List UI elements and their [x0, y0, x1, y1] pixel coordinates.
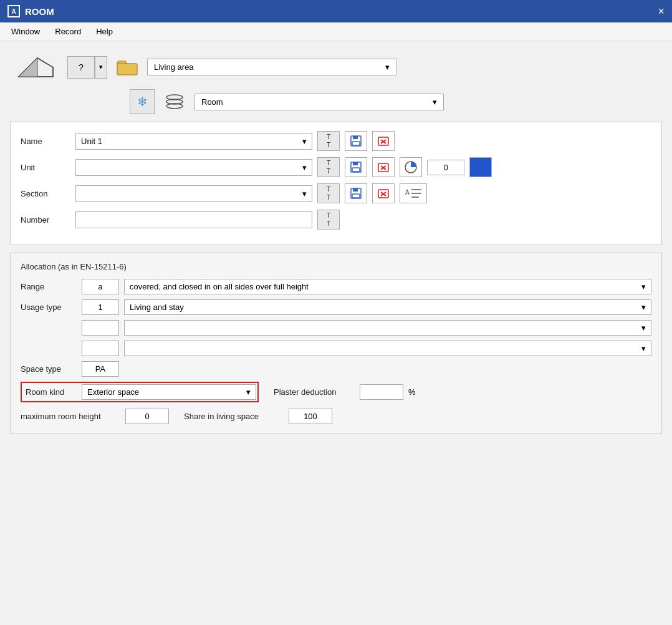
- unit-tt-button[interactable]: TT: [317, 157, 340, 177]
- toolbar-row-2: ❄ Room ▾: [10, 89, 662, 114]
- delete-icon-3: [377, 188, 390, 199]
- section-dropdown[interactable]: ▾: [75, 185, 312, 202]
- delete-icon: [377, 135, 390, 147]
- unit-row: Unit ▾ TT: [21, 157, 651, 177]
- max-height-label: maximum room height: [21, 412, 120, 421]
- name-row: Name Unit 1 ▾ TT: [21, 131, 651, 151]
- range-desc-dropdown[interactable]: covered, and closed in on all sides over…: [124, 279, 651, 294]
- svg-marker-1: [19, 58, 37, 77]
- abc-icon: A: [404, 186, 423, 201]
- section-abc-button[interactable]: A: [400, 183, 427, 203]
- unit-dropdown[interactable]: ▾: [75, 159, 312, 176]
- save-icon: [350, 135, 362, 147]
- number-input[interactable]: [75, 211, 312, 228]
- plaster-input[interactable]: [360, 384, 403, 400]
- menu-help[interactable]: Help: [90, 25, 119, 38]
- form-section: Name Unit 1 ▾ TT: [10, 122, 662, 245]
- section-row: Section ▾ TT: [21, 183, 651, 203]
- svg-rect-13: [353, 162, 358, 165]
- question-chevron-button[interactable]: ▾: [95, 56, 107, 79]
- max-height-section: maximum room height: [21, 409, 169, 424]
- svg-rect-20: [353, 188, 358, 191]
- question-btn-group: ? ▾: [67, 56, 107, 79]
- alloc-desc-dropdown-4[interactable]: ▾: [124, 341, 651, 356]
- range-label: Range: [21, 282, 77, 291]
- usage-type-code-input[interactable]: [82, 299, 119, 315]
- range-code-input[interactable]: [82, 279, 119, 294]
- title-bar: A ROOM ×: [0, 0, 672, 22]
- range-row: Range covered, and closed in on all side…: [21, 279, 651, 294]
- share-input[interactable]: [289, 409, 332, 424]
- section-label: Section: [21, 189, 70, 198]
- max-height-input[interactable]: [125, 409, 169, 424]
- room-dropdown[interactable]: Room ▾: [194, 94, 444, 110]
- number-label: Number: [21, 215, 70, 225]
- menu-record[interactable]: Record: [49, 25, 87, 38]
- section-delete-button[interactable]: [372, 183, 395, 203]
- alloc-desc-dropdown-3[interactable]: ▾: [124, 320, 651, 336]
- share-label: Share in living space: [184, 412, 284, 421]
- toolbar-row-1: ? ▾ Living area ▾: [10, 50, 662, 84]
- space-type-label: Space type: [21, 364, 77, 374]
- snowflake-button[interactable]: ❄: [130, 89, 155, 114]
- number-tt-button[interactable]: TT: [317, 210, 340, 230]
- unit-label: Unit: [21, 163, 70, 172]
- folder-icon: [115, 55, 140, 80]
- room-kind-dropdown[interactable]: Exterior space ▾: [82, 384, 256, 400]
- usage-type-row: Usage type Living and stay ▾: [21, 299, 651, 315]
- room-kind-label: Room kind: [26, 387, 82, 397]
- usage-type-desc-dropdown[interactable]: Living and stay ▾: [124, 299, 651, 315]
- svg-rect-14: [352, 168, 360, 172]
- usage-type-label: Usage type: [21, 303, 77, 312]
- name-label: Name: [21, 137, 70, 146]
- layers-svg: [164, 91, 185, 112]
- alloc-empty-row-2: ▾: [21, 341, 651, 356]
- menu-bar: Window Record Help: [0, 22, 672, 41]
- layers-icon: [162, 89, 187, 114]
- unit-color-button[interactable]: [469, 157, 492, 177]
- alloc-code-input-4[interactable]: [82, 341, 119, 356]
- plaster-label: Plaster deduction: [274, 387, 355, 397]
- share-section: Share in living space: [184, 409, 332, 424]
- room-kind-box: Room kind Exterior space ▾: [21, 382, 259, 402]
- allocation-section: Allocation (as in EN-15211-6) Range cove…: [10, 253, 662, 434]
- allocation-title: Allocation (as in EN-15211-6): [21, 262, 651, 271]
- plaster-unit: %: [408, 387, 416, 397]
- name-delete-button[interactable]: [372, 131, 395, 151]
- question-button[interactable]: ?: [67, 56, 95, 79]
- unit-pie-button[interactable]: [400, 157, 422, 177]
- menu-window[interactable]: Window: [5, 25, 46, 38]
- folder-svg: [117, 59, 138, 76]
- space-type-input[interactable]: [82, 361, 119, 377]
- name-tt-button[interactable]: TT: [317, 131, 340, 151]
- bottom-row: maximum room height Share in living spac…: [21, 409, 651, 424]
- unit-save-button[interactable]: [345, 157, 367, 177]
- delete-icon-2: [377, 162, 390, 173]
- save-icon-2: [350, 162, 362, 173]
- plaster-row: Plaster deduction %: [274, 384, 416, 400]
- unit-delete-button[interactable]: [372, 157, 395, 177]
- number-row: Number TT: [21, 210, 651, 230]
- alloc-empty-row-1: ▾: [21, 320, 651, 336]
- svg-rect-2: [117, 64, 137, 75]
- name-save-button[interactable]: [345, 131, 367, 151]
- shape-icon: [10, 50, 60, 84]
- room-kind-area: Room kind Exterior space ▾ Plaster deduc…: [21, 382, 651, 402]
- main-content: ? ▾ Living area ▾ ❄: [0, 41, 672, 442]
- room-shape-svg: [12, 52, 57, 83]
- save-icon-3: [350, 188, 362, 199]
- alloc-code-input-3[interactable]: [82, 320, 119, 336]
- pie-icon: [404, 160, 418, 174]
- unit-number-input[interactable]: [427, 160, 464, 175]
- section-tt-button[interactable]: TT: [317, 183, 340, 203]
- space-type-row: Space type: [21, 361, 651, 377]
- name-dropdown[interactable]: Unit 1 ▾: [75, 133, 312, 150]
- close-button[interactable]: ×: [658, 6, 665, 17]
- svg-rect-21: [352, 194, 360, 198]
- app-icon: A: [7, 5, 20, 17]
- section-save-button[interactable]: [345, 183, 367, 203]
- living-area-dropdown[interactable]: Living area ▾: [147, 59, 396, 75]
- svg-text:A: A: [405, 189, 410, 196]
- window-title: ROOM: [25, 6, 54, 17]
- svg-rect-7: [353, 136, 358, 139]
